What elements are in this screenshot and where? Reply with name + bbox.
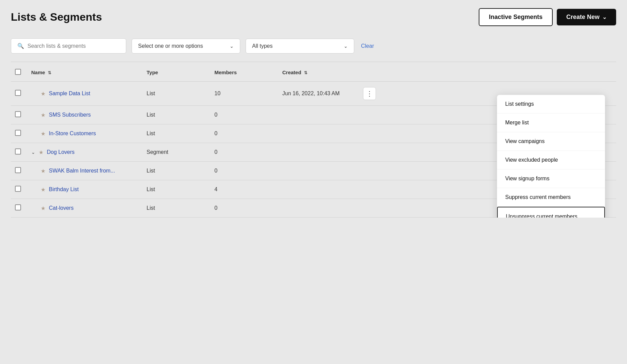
row-members: 4	[210, 180, 278, 199]
star-icon[interactable]: ★	[41, 186, 45, 193]
row-type: List	[142, 180, 210, 199]
context-menu-item-unsuppress[interactable]: Unsuppress current members	[497, 207, 605, 218]
context-menu-item-suppress[interactable]: Suppress current members	[497, 188, 605, 207]
expand-chevron-icon[interactable]: ⌄	[31, 149, 35, 155]
row-created	[278, 162, 380, 173]
row-checkbox[interactable]	[15, 90, 21, 96]
list-name-link[interactable]: Dog Lovers	[47, 149, 75, 155]
sort-name-icon: ⇅	[48, 70, 51, 75]
row-created-date: Jun 16, 2022, 10:43 AM	[282, 90, 340, 97]
list-name-link[interactable]: SWAK Balm Interest from...	[49, 168, 115, 174]
context-menu-item-view-campaigns[interactable]: View campaigns	[497, 132, 605, 151]
star-icon[interactable]: ★	[41, 112, 45, 118]
search-icon: 🔍	[17, 43, 24, 49]
star-icon[interactable]: ★	[41, 90, 45, 97]
options-dropdown[interactable]: Select one or more options ⌄	[132, 39, 240, 54]
row-created: Jun 16, 2022, 10:43 AM⋮	[278, 82, 380, 105]
clear-button[interactable]: Clear	[360, 40, 375, 52]
filters-bar: 🔍 Select one or more options ⌄ All types…	[0, 33, 627, 62]
type-dropdown[interactable]: All types ⌄	[246, 39, 354, 54]
row-checkbox[interactable]	[15, 167, 21, 173]
row-created	[278, 124, 380, 135]
row-type: List	[142, 199, 210, 218]
row-created	[278, 180, 380, 191]
context-menu-item-list-settings[interactable]: List settings	[497, 95, 605, 114]
context-menu-item-view-signup[interactable]: View signup forms	[497, 169, 605, 188]
star-icon[interactable]: ★	[39, 149, 43, 156]
row-checkbox[interactable]	[15, 204, 21, 210]
row-created	[278, 143, 380, 154]
row-menu-button[interactable]: ⋮	[363, 87, 376, 100]
col-header-type: Type	[142, 62, 210, 82]
row-type: List	[142, 82, 210, 106]
list-name-link[interactable]: In-Store Customers	[49, 130, 96, 137]
page-wrapper: Lists & Segments Inactive Segments Creat…	[0, 0, 627, 364]
col-header-check	[11, 62, 27, 82]
row-checkbox[interactable]	[15, 186, 21, 192]
inactive-segments-button[interactable]: Inactive Segments	[479, 8, 553, 26]
header-actions: Inactive Segments Create New ⌄	[479, 8, 616, 26]
col-header-created[interactable]: Created ⇅	[278, 62, 380, 82]
table-container: Name ⇅ Type Members Created ⇅ ★Sample Da…	[11, 62, 616, 218]
page-header: Lists & Segments Inactive Segments Creat…	[0, 0, 627, 33]
col-header-actions	[380, 62, 616, 82]
row-members: 0	[210, 124, 278, 143]
row-checkbox[interactable]	[15, 111, 21, 117]
context-menu-item-view-excluded[interactable]: View excluded people	[497, 151, 605, 169]
row-type: List	[142, 162, 210, 180]
chevron-down-icon: ⌄	[602, 14, 607, 20]
chevron-down-icon: ⌄	[230, 43, 234, 49]
row-checkbox[interactable]	[15, 148, 21, 155]
row-created	[278, 106, 380, 117]
list-name-link[interactable]: SMS Subscribers	[49, 112, 91, 118]
chevron-down-icon: ⌄	[344, 43, 348, 49]
row-members: 0	[210, 106, 278, 124]
row-type: List	[142, 124, 210, 143]
list-name-link[interactable]: Sample Data List	[49, 90, 90, 97]
col-header-members: Members	[210, 62, 278, 82]
context-menu-item-merge-list[interactable]: Merge list	[497, 114, 605, 132]
col-header-name[interactable]: Name ⇅	[27, 62, 142, 82]
row-type: Segment	[142, 143, 210, 162]
list-name-link[interactable]: Birthday List	[49, 186, 79, 193]
row-checkbox[interactable]	[15, 130, 21, 136]
star-icon[interactable]: ★	[41, 205, 45, 211]
sort-created-icon: ⇅	[304, 70, 307, 75]
list-name-link[interactable]: Cat-lovers	[49, 205, 74, 211]
star-icon[interactable]: ★	[41, 168, 45, 174]
star-icon[interactable]: ★	[41, 130, 45, 137]
row-type: List	[142, 106, 210, 124]
search-box[interactable]: 🔍	[11, 38, 126, 54]
table-wrap: Name ⇅ Type Members Created ⇅ ★Sample Da…	[0, 62, 627, 218]
select-all-checkbox[interactable]	[15, 69, 21, 75]
row-created	[278, 199, 380, 210]
search-input[interactable]	[27, 43, 120, 49]
row-members: 0	[210, 143, 278, 162]
row-members: 10	[210, 82, 278, 106]
row-members: 0	[210, 162, 278, 180]
row-members: 0	[210, 199, 278, 218]
page-title: Lists & Segments	[11, 11, 102, 23]
context-menu: List settingsMerge listView campaignsVie…	[497, 95, 605, 218]
create-new-button[interactable]: Create New ⌄	[557, 9, 616, 25]
